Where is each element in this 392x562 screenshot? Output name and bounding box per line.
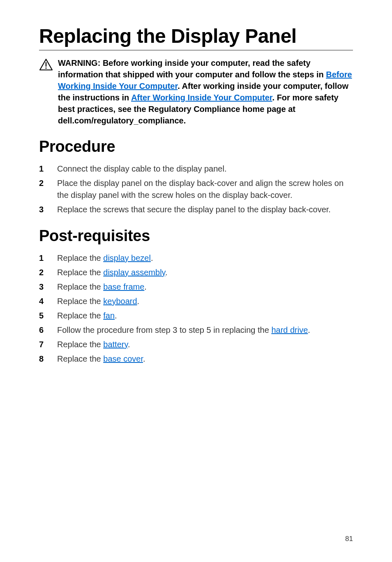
item-post: . — [128, 340, 130, 349]
item-number: 3 — [39, 281, 51, 293]
item-post: . — [137, 297, 140, 306]
item-pre: Replace the — [57, 354, 103, 363]
item-number: 2 — [39, 177, 51, 189]
item-pre: Replace the — [57, 268, 103, 277]
item-text: Replace the screws that secure the displ… — [57, 205, 331, 214]
item-pre: Replace the — [57, 253, 103, 262]
item-pre: Follow the procedure from step 3 to step… — [57, 325, 271, 334]
item-pre: Replace the — [57, 297, 103, 306]
procedure-list: 1 Connect the display cable to the displ… — [39, 163, 353, 216]
list-item: 3 Replace the base frame. — [57, 281, 353, 293]
list-item: 3 Replace the screws that secure the dis… — [57, 204, 353, 216]
list-item: 4 Replace the keyboard. — [57, 295, 353, 307]
item-pre: Replace the — [57, 340, 103, 349]
item-number: 1 — [39, 163, 51, 175]
warning-text: WARNING: Before working inside your comp… — [58, 57, 353, 126]
link-base-frame[interactable]: base frame — [103, 282, 144, 291]
item-number: 5 — [39, 310, 51, 322]
item-post: . — [143, 354, 145, 363]
item-number: 2 — [39, 267, 51, 279]
list-item: 6 Follow the procedure from step 3 to st… — [57, 324, 353, 336]
item-text: Place the display panel on the display b… — [57, 179, 344, 200]
item-number: 6 — [39, 324, 51, 336]
list-item: 7 Replace the battery. — [57, 339, 353, 351]
item-number: 8 — [39, 353, 51, 365]
item-post: . — [115, 311, 117, 320]
link-display-bezel[interactable]: display bezel — [103, 253, 151, 262]
warning-block: WARNING: Before working inside your comp… — [39, 57, 353, 126]
link-battery[interactable]: battery — [103, 340, 128, 349]
warning-triangle-icon — [39, 58, 53, 71]
item-pre: Replace the — [57, 282, 103, 291]
svg-point-1 — [45, 67, 46, 69]
item-post: . — [308, 325, 310, 334]
item-text: Connect the display cable to the display… — [57, 164, 227, 173]
item-number: 7 — [39, 339, 51, 351]
item-post: . — [144, 282, 147, 291]
list-item: 5 Replace the fan. — [57, 310, 353, 322]
link-base-cover[interactable]: base cover — [103, 354, 143, 363]
page-title: Replacing the Display Panel — [39, 25, 353, 51]
item-number: 4 — [39, 295, 51, 307]
link-keyboard[interactable]: keyboard — [103, 297, 137, 306]
page-number: 81 — [345, 535, 353, 543]
link-display-assembly[interactable]: display assembly — [103, 268, 165, 277]
list-item: 8 Replace the base cover. — [57, 353, 353, 365]
item-post: . — [151, 253, 153, 262]
item-pre: Replace the — [57, 311, 103, 320]
list-item: 2 Replace the display assembly. — [57, 267, 353, 279]
list-item: 2 Place the display panel on the display… — [57, 177, 353, 201]
postreq-list: 1 Replace the display bezel. 2 Replace t… — [39, 252, 353, 365]
link-fan[interactable]: fan — [103, 311, 115, 320]
item-number: 3 — [39, 204, 51, 216]
item-number: 1 — [39, 252, 51, 264]
procedure-heading: Procedure — [39, 138, 353, 156]
list-item: 1 Connect the display cable to the displ… — [57, 163, 353, 175]
item-post: . — [165, 268, 168, 277]
list-item: 1 Replace the display bezel. — [57, 252, 353, 264]
link-after-working[interactable]: After Working Inside Your Computer — [131, 93, 272, 102]
warning-prefix: WARNING: Before working inside your comp… — [58, 58, 326, 79]
postreq-heading: Post-requisites — [39, 227, 353, 245]
link-hard-drive[interactable]: hard drive — [271, 325, 308, 334]
